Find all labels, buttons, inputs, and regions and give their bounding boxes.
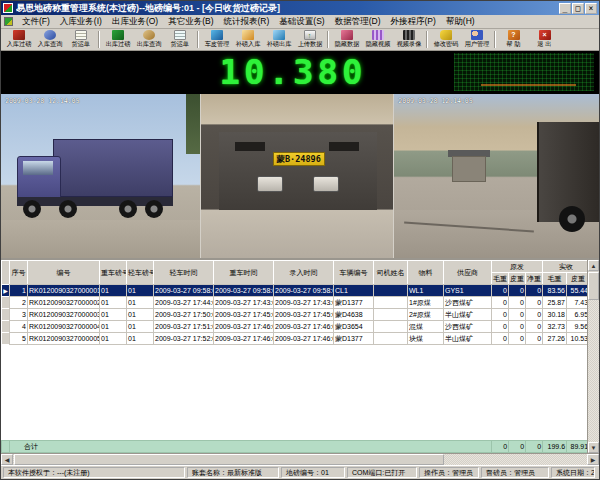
toolbar-button-weigh-out[interactable]: 出库过磅	[102, 29, 133, 50]
table-cell[interactable]: 2009-03-27 17:45:00	[274, 309, 334, 321]
toolbar-button-help[interactable]: ?帮 助	[498, 29, 529, 50]
menu-item-5[interactable]: 基础设置(S)	[274, 15, 329, 29]
table-cell[interactable]: 0	[509, 333, 526, 345]
table-cell[interactable]: RK0120090327000003	[28, 309, 100, 321]
table-cell[interactable]: 01	[100, 321, 127, 333]
table-row[interactable]: 2RK012009032700000201012009-03-27 17:44:…	[2, 297, 590, 309]
table-row[interactable]: 4RK012009032700000401012009-03-27 17:51:…	[2, 321, 590, 333]
menu-item-3[interactable]: 其它业务(B)	[163, 15, 218, 29]
subcolumn-header-0-1[interactable]: 皮重	[509, 273, 526, 285]
table-cell[interactable]: 2009-03-27 17:46:00	[214, 333, 274, 345]
group-header-1[interactable]: 实收	[543, 261, 590, 273]
table-cell[interactable]: 蒙D1377	[334, 297, 374, 309]
table-cell[interactable]: 83.56	[543, 285, 567, 297]
table-cell[interactable]	[374, 309, 408, 321]
record-selector[interactable]	[2, 321, 10, 333]
toolbar-button-waybill[interactable]: 货运单	[65, 29, 96, 50]
table-cell[interactable]: 0	[509, 297, 526, 309]
table-cell[interactable]: 2009-03-27 17:44:00	[154, 297, 214, 309]
table-cell[interactable]: 0	[492, 321, 509, 333]
table-cell[interactable]: 蒙D1377	[334, 333, 374, 345]
toolbar-button-search-in[interactable]: 入库查询	[34, 29, 65, 50]
subcolumn-header-0-0[interactable]: 毛重	[492, 273, 509, 285]
menu-item-6[interactable]: 数据管理(D)	[330, 15, 386, 29]
table-cell[interactable]: 25.87	[543, 297, 567, 309]
table-cell[interactable]: 2009-03-27 09:58:00	[274, 285, 334, 297]
table-cell[interactable]: 2009-03-27 17:43:00	[214, 297, 274, 309]
table-cell[interactable]: 0	[509, 309, 526, 321]
table-cell[interactable]: 沙西煤矿	[444, 321, 492, 333]
table-cell[interactable]: 2009-03-27 17:46:00	[214, 321, 274, 333]
table-row[interactable]: ▶1RK012009032700000101012009-03-27 09:58…	[2, 285, 590, 297]
table-cell[interactable]: 0	[492, 309, 509, 321]
table-row[interactable]: 3RK012009032700000301012009-03-27 17:50:…	[2, 309, 590, 321]
column-header-1[interactable]: 编号	[28, 261, 100, 285]
close-button[interactable]: ×	[585, 3, 597, 14]
horizontal-scroll-thumb[interactable]	[14, 454, 444, 465]
table-cell[interactable]: 01	[127, 297, 154, 309]
menu-item-4[interactable]: 统计报表(R)	[219, 15, 275, 29]
toolbar-button-supplement-in[interactable]: 补磅入库	[232, 29, 263, 50]
toolbar-button-upload[interactable]: ↑上传数据	[294, 29, 325, 50]
record-selector[interactable]	[2, 297, 10, 309]
toolbar-button-video-record[interactable]: 视频录像	[393, 29, 424, 50]
maximize-button[interactable]: □	[572, 3, 584, 14]
table-cell[interactable]: 沙西煤矿	[444, 297, 492, 309]
menu-item-7[interactable]: 外接程序(P)	[385, 15, 440, 29]
table-cell[interactable]: 2009-03-27 17:51:00	[154, 321, 214, 333]
group-header-0[interactable]: 原发	[492, 261, 543, 273]
table-cell[interactable]: 0	[526, 285, 543, 297]
table-cell[interactable]: 2009-03-27 09:58:00	[154, 285, 214, 297]
column-header-2[interactable]: 重车磅号	[100, 261, 127, 285]
table-cell[interactable]	[374, 321, 408, 333]
menu-item-1[interactable]: 入库业务(I)	[55, 15, 107, 29]
table-cell[interactable]: 01	[100, 285, 127, 297]
table-cell[interactable]: RK0120090327000002	[28, 297, 100, 309]
table-cell[interactable]: 2009-03-27 17:52:00	[154, 333, 214, 345]
column-header-7[interactable]: 车辆编号	[334, 261, 374, 285]
table-cell[interactable]: 2009-03-27 17:45:00	[214, 309, 274, 321]
table-cell[interactable]: 2009-03-27 17:50:00	[154, 309, 214, 321]
column-header-4[interactable]: 轻车时间	[154, 261, 214, 285]
toolbar-button-user-manage[interactable]: 用户管理	[461, 29, 492, 50]
subcolumn-header-1-0[interactable]: 毛重	[543, 273, 567, 285]
table-cell[interactable]	[374, 297, 408, 309]
table-row[interactable]: 5RK012009032700000501012009-03-27 17:52:…	[2, 333, 590, 345]
scroll-down-icon[interactable]: ▼	[588, 442, 599, 453]
table-cell[interactable]: 32.73	[543, 321, 567, 333]
table-cell[interactable]: 1#原煤	[408, 297, 444, 309]
scroll-left-icon[interactable]: ◀	[1, 454, 13, 465]
toolbar-button-tare-manage[interactable]: 车皮管理	[201, 29, 232, 50]
table-cell[interactable]: 2009-03-27 17:46:00	[274, 321, 334, 333]
menu-item-8[interactable]: 帮助(H)	[441, 15, 480, 29]
table-cell[interactable]: 0	[526, 333, 543, 345]
table-cell[interactable]: 2	[10, 297, 28, 309]
menu-item-0[interactable]: 文件(F)	[17, 15, 55, 29]
table-cell[interactable]: 0	[492, 297, 509, 309]
table-cell[interactable]: 0	[492, 333, 509, 345]
table-cell[interactable]: 2009-03-27 09:58:00	[214, 285, 274, 297]
table-cell[interactable]: 01	[100, 309, 127, 321]
column-header-8[interactable]: 司机姓名	[374, 261, 408, 285]
vertical-scrollbar[interactable]: ▲ ▼	[587, 260, 599, 453]
column-header-0[interactable]: 序号	[10, 261, 28, 285]
table-cell[interactable]: 01	[127, 309, 154, 321]
record-selector[interactable]: ▶	[2, 285, 10, 297]
record-selector[interactable]	[2, 333, 10, 345]
table-cell[interactable]: 半山煤矿	[444, 309, 492, 321]
table-cell[interactable]: 2009-03-27 17:46:00	[274, 333, 334, 345]
table-cell[interactable]: RK0120090327000004	[28, 321, 100, 333]
table-cell[interactable]: 01	[127, 333, 154, 345]
horizontal-scroll-track[interactable]	[444, 454, 587, 465]
table-cell[interactable]: 4	[10, 321, 28, 333]
scroll-right-icon[interactable]: ▶	[587, 454, 599, 465]
table-cell[interactable]: 0	[526, 309, 543, 321]
table-cell[interactable]: 01	[127, 321, 154, 333]
table-cell[interactable]: 30.18	[543, 309, 567, 321]
toolbar-button-change-password[interactable]: 修改密码	[430, 29, 461, 50]
table-cell[interactable]: RK0120090327000005	[28, 333, 100, 345]
table-cell[interactable]: 5	[10, 333, 28, 345]
column-header-9[interactable]: 物料	[408, 261, 444, 285]
table-cell[interactable]: 01	[100, 333, 127, 345]
table-cell[interactable]: 0	[526, 321, 543, 333]
